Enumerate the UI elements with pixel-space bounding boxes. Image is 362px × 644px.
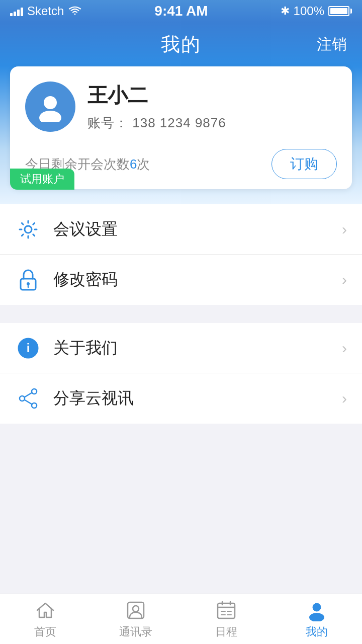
chevron-right-icon: › (342, 340, 347, 357)
svg-point-24 (309, 613, 324, 621)
status-right: ✱ 100% (281, 4, 352, 18)
menu-item-share[interactable]: 分享云视讯 › (0, 373, 362, 424)
mine-icon (306, 599, 328, 621)
account-number: 账号： 138 1234 9876 (87, 114, 337, 132)
tab-home[interactable]: 首页 (0, 594, 90, 644)
battery-percent: 100% (294, 4, 324, 18)
tab-mine-label: 我的 (306, 624, 328, 639)
tab-home-label: 首页 (34, 624, 56, 639)
carrier-label: Sketch (27, 4, 64, 18)
account-label: 账号： (87, 115, 128, 130)
nav-header: 我的 注销 (0, 22, 362, 66)
tab-schedule[interactable]: 日程 (181, 594, 272, 644)
menu-item-about-us[interactable]: i 关于我们 › (0, 323, 362, 373)
chevron-right-icon: › (342, 271, 347, 288)
bluetooth-icon: ✱ (281, 5, 290, 18)
wifi-icon (68, 6, 82, 16)
avatar-person-icon (35, 92, 65, 122)
svg-point-14 (133, 606, 139, 612)
menu-label-change-password: 修改密码 (53, 269, 342, 291)
svg-point-2 (25, 226, 32, 233)
section-gap-1 (0, 313, 362, 323)
gear-icon (15, 216, 41, 243)
share-icon (15, 385, 41, 412)
chevron-right-icon: › (342, 221, 347, 238)
menu-label-share: 分享云视讯 (53, 387, 342, 410)
lock-icon (15, 267, 41, 293)
home-icon (34, 599, 56, 621)
status-left: Sketch (10, 4, 82, 18)
svg-rect-15 (218, 603, 235, 618)
menu-item-change-password[interactable]: 修改密码 › (0, 255, 362, 305)
quota-count: 6 (130, 156, 137, 172)
menu-label-about-us: 关于我们 (53, 337, 342, 359)
svg-line-11 (25, 393, 32, 397)
svg-text:i: i (27, 341, 30, 355)
info-icon: i (15, 335, 41, 361)
chevron-right-icon: › (342, 390, 347, 407)
signal-icon (10, 6, 23, 16)
tab-bar: 首页 通讯录 日程 (0, 594, 362, 644)
menu-label-meeting-settings: 会议设置 (53, 218, 342, 240)
battery-icon (328, 6, 352, 16)
tab-mine[interactable]: 我的 (272, 594, 362, 644)
schedule-icon (215, 599, 237, 621)
profile-top: 王小二 账号： 138 1234 9876 (25, 82, 337, 132)
svg-point-0 (44, 96, 57, 109)
svg-point-8 (32, 389, 37, 394)
user-name: 王小二 (87, 82, 337, 109)
page-title: 我的 (161, 32, 201, 57)
quota-unit: 次 (137, 156, 150, 172)
menu-item-meeting-settings[interactable]: 会议设置 › (0, 204, 362, 255)
logout-button[interactable]: 注销 (317, 34, 347, 55)
svg-line-12 (25, 400, 32, 405)
status-bar: Sketch 9:41 AM ✱ 100% (0, 0, 362, 22)
trial-badge: 试用账户 (10, 169, 74, 190)
svg-point-23 (313, 603, 321, 611)
avatar (25, 82, 75, 132)
tab-contacts-label: 通讯录 (119, 624, 152, 639)
profile-info: 王小二 账号： 138 1234 9876 (87, 82, 337, 132)
menu-section-1: 会议设置 › 修改密码 › (0, 204, 362, 305)
main-content: 王小二 账号： 138 1234 9876 今日剩余开会次数6次 订购 试用账户 (0, 66, 362, 644)
tab-contacts[interactable]: 通讯录 (90, 594, 181, 644)
subscribe-button[interactable]: 订购 (272, 149, 337, 179)
menu-section-2: i 关于我们 › 分享云视讯 › (0, 323, 362, 424)
profile-card-wrapper: 王小二 账号： 138 1234 9876 今日剩余开会次数6次 订购 试用账户 (0, 66, 362, 204)
contacts-icon (125, 599, 147, 621)
svg-point-9 (32, 403, 37, 408)
svg-point-10 (20, 396, 25, 401)
svg-point-1 (39, 111, 61, 122)
profile-card: 王小二 账号： 138 1234 9876 今日剩余开会次数6次 订购 试用账户 (10, 66, 352, 189)
tab-schedule-label: 日程 (215, 624, 237, 639)
account-value: 138 1234 9876 (132, 115, 226, 130)
status-time: 9:41 AM (154, 3, 208, 19)
